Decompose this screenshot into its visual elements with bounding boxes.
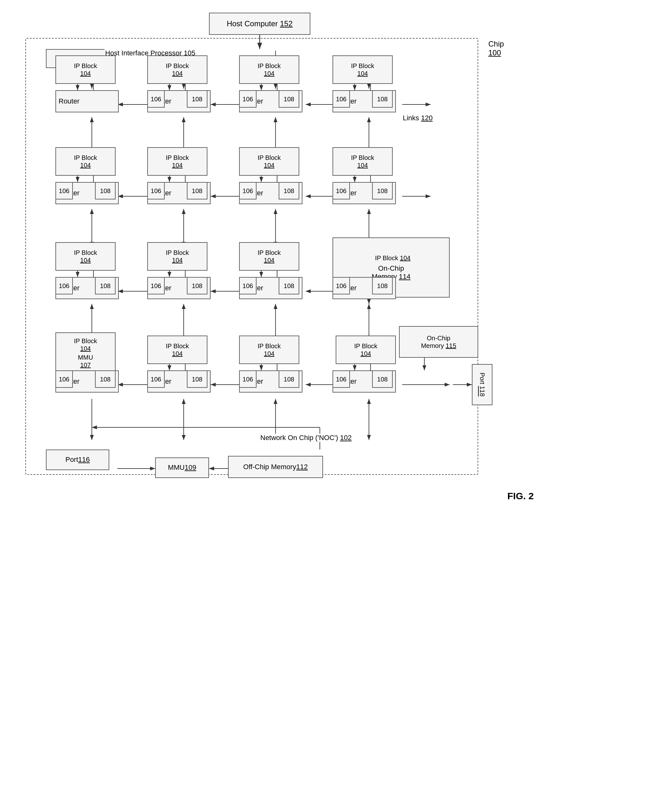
comp-106-r4c2: 106 — [147, 370, 165, 388]
off-chip-memory-box: Off-Chip Memory112 — [228, 456, 323, 478]
comp-108-r1c3: 108 — [279, 90, 299, 107]
comp-106-r3c1: 106 — [55, 277, 73, 294]
comp-108-r2c1: 108 — [95, 182, 116, 200]
comp-106-r3c3: 106 — [239, 277, 256, 294]
comp-108-r2c4: 108 — [372, 182, 393, 200]
comp-106-r4c1: 106 — [55, 370, 73, 388]
ip-block-r4c3: IP Block104 — [239, 336, 299, 364]
comp-108-r3c2: 108 — [187, 277, 207, 294]
host-computer-label: Host Computer 152 — [227, 19, 292, 29]
mmu-109-box: MMU 109 — [155, 457, 209, 478]
port-118-box: Port 118 — [472, 364, 492, 405]
ip-block-r2c4: IP Block104 — [332, 147, 393, 176]
comp-106-r2c4: 106 — [332, 182, 350, 200]
comp-108-r3c3: 108 — [279, 277, 299, 294]
comp-108-r2c3: 108 — [279, 182, 299, 200]
ip-block-r2c1: IP Block104 — [55, 147, 116, 176]
ip-block-r3c3: IP Block104 — [239, 242, 299, 271]
comp-108-r4c1: 108 — [95, 370, 116, 388]
ip-block-r4c4-label: IP Block104 — [336, 336, 396, 364]
comp-106-r2c2: 106 — [147, 182, 165, 200]
comp-106-r4c4: 106 — [332, 370, 350, 388]
comp-106-r4c3: 106 — [239, 370, 256, 388]
ip-block-r3c1: IP Block104 — [55, 242, 116, 271]
comp-108-r4c4: 108 — [372, 370, 393, 388]
ip-block-r2c3: IP Block104 — [239, 147, 299, 176]
comp-106-r2c1: 106 — [55, 182, 73, 200]
fig-label: FIG. 2 — [507, 491, 534, 502]
comp-106-r1c4: 106 — [332, 90, 350, 107]
page: Host Computer 152 Port 115 Host Interfac… — [0, 0, 672, 812]
ip-block-r1c4: IP Block104 — [332, 55, 393, 84]
comp-108-r3c4: 108 — [372, 277, 393, 294]
chip-label: Chip100 — [488, 39, 504, 57]
ip-block-r4c1-mmu: IP Block104 MMU107 — [55, 333, 116, 374]
comp-108-r1c2: 108 — [187, 90, 207, 107]
comp-108-r4c2: 108 — [187, 370, 207, 388]
ip-block-r1c1: IP Block104 — [55, 55, 116, 84]
comp-106-r1c3: 106 — [239, 90, 256, 107]
ip-block-r4c2: IP Block104 — [147, 336, 207, 364]
comp-106-r3c4: 106 — [332, 277, 350, 294]
port-116-box: Port 116 — [46, 450, 109, 470]
comp-106-r3c2: 106 — [147, 277, 165, 294]
host-computer-box: Host Computer 152 — [209, 13, 310, 35]
ip-block-r2c2: IP Block104 — [147, 147, 207, 176]
router-label-r1c1: Router — [55, 90, 119, 113]
comp-108-r4c3: 108 — [279, 370, 299, 388]
noc-label: Network On Chip ('NOC') 102 — [260, 434, 352, 442]
comp-106-r2c3: 106 — [239, 182, 256, 200]
comp-108-r1c4: 108 — [372, 90, 393, 107]
links-label: Links 120 — [402, 114, 433, 122]
ip-block-r1c3: IP Block104 — [239, 55, 299, 84]
comp-108-r2c2: 108 — [187, 182, 207, 200]
ip-block-r4c4 — [399, 336, 459, 364]
comp-108-r3c1: 108 — [95, 277, 116, 294]
comp-106-r1c2: 106 — [147, 90, 165, 107]
ip-block-r1c2: IP Block104 — [147, 55, 207, 84]
ip-block-r3c2: IP Block104 — [147, 242, 207, 271]
